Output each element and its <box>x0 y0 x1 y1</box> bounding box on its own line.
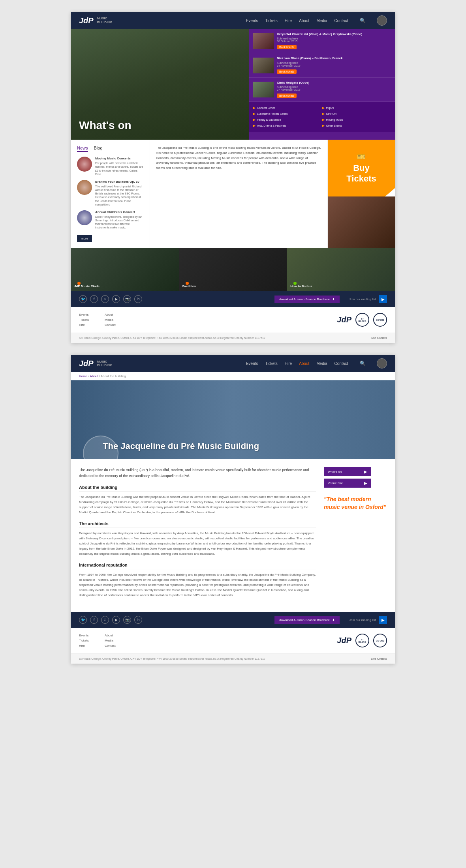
cat-family[interactable]: ▶ Family & Education <box>253 117 322 123</box>
page2-instagram-icon[interactable]: 📷 <box>123 616 131 624</box>
cat-other[interactable]: ▶ Other Events <box>322 123 391 129</box>
page2-twitter-icon[interactable]: 🐦 <box>79 616 87 624</box>
page2-nav-tickets[interactable]: Tickets <box>265 361 277 366</box>
page2-linkedin-icon[interactable]: in <box>134 616 142 624</box>
event-1-book-btn[interactable]: Book tickets <box>277 45 297 49</box>
section-reputation-title: International reputation <box>79 563 316 569</box>
page2-googleplus-icon[interactable]: G <box>101 616 109 624</box>
site-logo[interactable]: JdP MUSICBUILDING <box>79 16 112 25</box>
gallery-music-circle[interactable]: JdP Music Circle <box>71 248 179 291</box>
page2-footer-events[interactable]: Events <box>79 634 89 637</box>
news-column: News Blog Moving Music Concerts For peop… <box>71 140 150 248</box>
cat-sinfon[interactable]: ▶ SINFON <box>322 111 391 117</box>
section-reputation: International reputation From 1994 to 20… <box>79 563 316 598</box>
cat-moving-music[interactable]: ▶ Moving Music <box>322 117 391 123</box>
twitter-icon[interactable]: 🐦 <box>79 295 87 303</box>
oxford-badge: OXFORD <box>373 313 387 327</box>
page2-site-logo[interactable]: JdP MUSICBUILDING <box>79 359 112 368</box>
footer-events[interactable]: Events <box>79 313 89 316</box>
page2-nav-hire[interactable]: Hire <box>285 361 292 366</box>
page-1: JdP MUSICBUILDING Events Tickets Hire Ab… <box>71 12 395 343</box>
cat-concert-series[interactable]: ▶ Concert Series <box>253 105 322 111</box>
nav-media[interactable]: Media <box>316 19 327 23</box>
site-credits-link[interactable]: Site Credits <box>371 336 387 340</box>
nav-events[interactable]: Events <box>246 19 258 23</box>
gallery-text-3: How to find us <box>290 284 312 288</box>
gallery-find-us[interactable]: How to find us <box>287 248 395 291</box>
whats-on-btn[interactable]: What's on ▶ <box>324 467 371 476</box>
page2-nav-events[interactable]: Events <box>246 361 258 366</box>
page2-quote: "The best modern music venue in Oxford" <box>324 496 387 511</box>
event-2-book-btn[interactable]: Book tickets <box>277 69 297 74</box>
page2-footer-media[interactable]: Media <box>105 639 116 642</box>
page2-nav-contact[interactable]: Contact <box>334 361 348 366</box>
main-content: News Blog Moving Music Concerts For peop… <box>71 140 395 248</box>
footer-social-bar: 🐦 f G ▶ 📷 in download Autumn Season Broc… <box>71 291 395 307</box>
section-about-title: About the building <box>79 485 316 492</box>
gallery-facilities[interactable]: Facilities <box>179 248 287 291</box>
nav-hire[interactable]: Hire <box>285 19 292 23</box>
news-thumb-3 <box>77 210 92 225</box>
facebook-icon[interactable]: f <box>90 295 98 303</box>
gallery-text-2: Facilities <box>182 284 196 288</box>
event-3-book-btn[interactable]: Book tickets <box>277 94 297 98</box>
nav-tickets[interactable]: Tickets <box>265 19 277 23</box>
page2-mailing-submit[interactable]: ▶ <box>379 616 387 624</box>
page2-youtube-icon[interactable]: ▶ <box>112 616 120 624</box>
mailing-submit-btn[interactable]: ▶ <box>379 295 387 303</box>
page2-search-icon[interactable]: 🔍 <box>360 361 366 366</box>
cat-lunchtime[interactable]: ▶ Lunchtime Recital Series <box>253 111 322 117</box>
page2-footer-logos: JdP STHILDA'S OXFORD <box>337 634 387 647</box>
tab-blog[interactable]: Blog <box>94 146 103 152</box>
page2-footer-tickets[interactable]: Tickets <box>79 639 89 642</box>
description-column: The Jacqueline du Pré Music Building is … <box>150 140 328 248</box>
page2-footer-hire[interactable]: Hire <box>79 644 89 647</box>
footer-tickets[interactable]: Tickets <box>79 318 89 322</box>
page2-footer-social: 🐦 f G ▶ 📷 in download Autumn Season Broc… <box>71 612 395 628</box>
nav-about[interactable]: About <box>299 19 309 23</box>
page2-download-btn[interactable]: download Autumn Season Brochure ⬇ <box>274 616 340 624</box>
tab-news[interactable]: News <box>77 146 88 152</box>
nav-contact[interactable]: Contact <box>334 19 348 23</box>
buy-tickets-box[interactable]: 🎫 BuyTickets <box>328 140 395 196</box>
search-icon[interactable]: 🔍 <box>360 18 366 23</box>
breadcrumb-home[interactable]: Home <box>79 374 87 378</box>
hero-categories: ▶ Concert Series ▶ mqSN ▶ Lunchtime Reci… <box>249 102 395 132</box>
linkedin-icon[interactable]: in <box>134 295 142 303</box>
page2-footer-jdp-logo: JdP <box>337 636 351 645</box>
page2-footer-about[interactable]: About <box>105 634 116 637</box>
page2-site-credits[interactable]: Site Credits <box>371 657 387 660</box>
page2-nav-media[interactable]: Media <box>316 361 327 366</box>
page2-user-avatar[interactable] <box>377 358 387 369</box>
news-desc-1: For people with dementia and their famil… <box>95 161 144 176</box>
cat-arts[interactable]: ▶ Arts, Drama & Festivals <box>253 123 322 129</box>
footer-media[interactable]: Media <box>105 318 116 322</box>
more-button[interactable]: more <box>77 235 92 242</box>
user-avatar[interactable] <box>377 15 387 26</box>
footer-hire[interactable]: Hire <box>79 323 89 327</box>
footer-contact[interactable]: Contact <box>105 323 116 327</box>
news-tabs: News Blog <box>77 146 144 152</box>
googleplus-icon[interactable]: G <box>101 295 109 303</box>
buy-tickets-column: 🎫 BuyTickets <box>328 140 395 248</box>
download-brochure-btn[interactable]: download Autumn Season Brochure ⬇ <box>274 296 340 303</box>
instagram-icon[interactable]: 📷 <box>123 295 131 303</box>
navbar: JdP MUSICBUILDING Events Tickets Hire Ab… <box>71 12 395 29</box>
event-1-info: Krzysztof Chorzelski (Viola) & Maciej Gr… <box>277 32 391 50</box>
gallery-text-1: JdP Music Circle <box>74 284 100 288</box>
page2-footer-col-2: About Media Contact <box>105 634 116 647</box>
page2-footer-contact[interactable]: Contact <box>105 644 116 647</box>
mailing-label: Join our mailing list <box>349 297 376 301</box>
event-1-title: Krzysztof Chorzelski (Viola) & Maciej Gr… <box>277 32 391 36</box>
event-3-title: Chris Redgate (Oboe) <box>277 81 391 85</box>
venue-hire-btn[interactable]: Venue hire ▶ <box>324 479 371 488</box>
section-about-building: About the building The Jacqueline du Pré… <box>79 485 316 515</box>
youtube-icon[interactable]: ▶ <box>112 295 120 303</box>
page2-facebook-icon[interactable]: f <box>90 616 98 624</box>
news-text-1: Moving Music Concerts For people with de… <box>95 157 144 176</box>
breadcrumb-about[interactable]: About <box>90 374 98 378</box>
page2-nav-about[interactable]: About <box>299 361 309 366</box>
footer-about[interactable]: About <box>105 313 116 316</box>
cat-mqsn[interactable]: ▶ mqSN <box>322 105 391 111</box>
page2-main-content: The Jacqueline du Pré Music Building (Jd… <box>71 459 395 612</box>
